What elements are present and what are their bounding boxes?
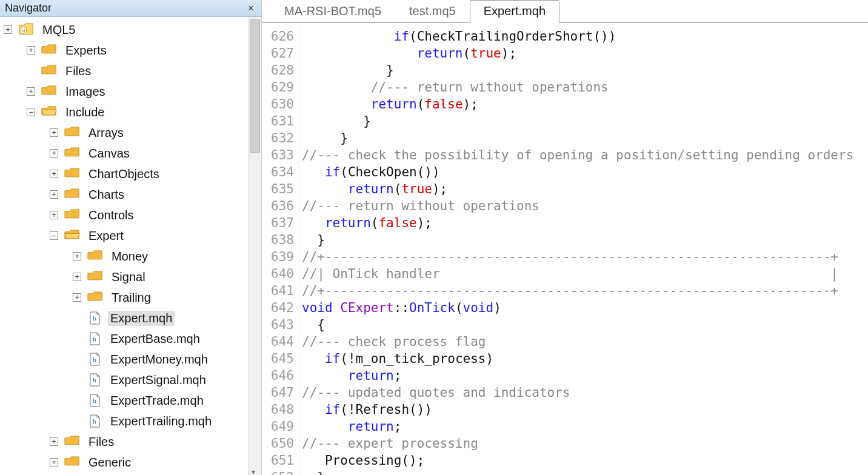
tree-item[interactable]: h ExpertTrailing.mqh	[0, 411, 248, 431]
tree-item[interactable]: + Trailing	[0, 287, 248, 308]
expand-toggle[interactable]: +	[4, 25, 12, 34]
tree-item-label[interactable]: Include	[63, 105, 107, 120]
folder-icon	[64, 188, 80, 201]
tree-item-label[interactable]: Files	[63, 64, 93, 79]
code-line[interactable]: return(true);	[302, 45, 868, 62]
expand-toggle[interactable]: +	[73, 293, 81, 302]
tree-item-label[interactable]: Files	[86, 434, 116, 450]
code-line[interactable]: //+-------------------------------------…	[302, 282, 868, 299]
expand-toggle[interactable]: +	[50, 458, 58, 467]
tree-item[interactable]: + Money	[0, 246, 248, 267]
code-line[interactable]: return;	[302, 418, 868, 435]
expand-toggle[interactable]: +	[50, 190, 58, 199]
line-number: 627	[262, 45, 294, 62]
tree-item-label[interactable]: ExpertTrade.mqh	[108, 393, 206, 408]
code-content[interactable]: if(CheckTrailingOrderShort()) return(tru…	[299, 23, 868, 475]
code-line[interactable]: //| OnTick handler |	[302, 265, 868, 282]
tree-item[interactable]: + Arrays	[0, 122, 248, 143]
tree-item-label[interactable]: Expert.mqh	[108, 311, 175, 326]
code-line[interactable]: //--- check process flag	[302, 333, 868, 350]
expand-toggle[interactable]: +	[50, 149, 58, 158]
tree-item[interactable]: − Include	[0, 102, 248, 122]
tree-item-label[interactable]: Images	[63, 84, 108, 99]
tree-item-label[interactable]: MQL5	[40, 22, 78, 38]
tree-item[interactable]: + Experts	[0, 40, 248, 61]
tree-item[interactable]: + Controls	[0, 205, 248, 225]
tree-item[interactable]: + M MQL5	[0, 19, 248, 40]
tree-item[interactable]: h ExpertTrade.mqh	[0, 390, 248, 411]
line-number: 632	[262, 130, 294, 147]
tree-item[interactable]: − Expert	[0, 225, 248, 246]
code-line[interactable]: if(!Refresh())	[302, 401, 868, 418]
code-line[interactable]: if(CheckTrailingOrderShort())	[302, 28, 868, 45]
tree-item[interactable]: h ExpertSignal.mqh	[0, 370, 248, 390]
tree-item[interactable]: h ExpertBase.mqh	[0, 328, 248, 349]
code-line[interactable]: //+-------------------------------------…	[302, 248, 868, 265]
code-line[interactable]: return(false);	[302, 96, 868, 113]
tree-item-label[interactable]: Signal	[109, 270, 148, 285]
tree-item-label[interactable]: Money	[109, 249, 150, 264]
editor-tab[interactable]: Expert.mqh	[470, 0, 559, 23]
scroll-down-icon[interactable]: ▾	[252, 468, 255, 475]
tree-item-label[interactable]: Generic	[86, 455, 133, 470]
tree-item[interactable]: + Generic	[0, 452, 248, 473]
code-line[interactable]: {	[302, 316, 868, 333]
code-line[interactable]: //--- updated quotes and indicators	[302, 384, 868, 401]
scrollbar-thumb[interactable]	[250, 19, 260, 153]
expand-toggle[interactable]: +	[50, 128, 58, 137]
code-line[interactable]: //--- return without operations	[302, 79, 868, 96]
code-line[interactable]: return;	[302, 367, 868, 384]
tree-item-label[interactable]: ExpertMoney.mqh	[108, 352, 210, 367]
tree-item-label[interactable]: ExpertTrailing.mqh	[108, 414, 214, 429]
tree-item[interactable]: h ExpertMoney.mqh	[0, 349, 248, 370]
collapse-toggle[interactable]: −	[27, 108, 35, 116]
collapse-toggle[interactable]: −	[50, 231, 58, 240]
code-line[interactable]: //--- expert processing	[302, 435, 868, 452]
close-icon[interactable]: ×	[245, 3, 256, 14]
code-line[interactable]: }	[302, 231, 868, 248]
code-line[interactable]: if(CheckOpen())	[302, 164, 868, 181]
expand-toggle[interactable]: +	[50, 170, 58, 178]
tree-item-label[interactable]: ExpertSignal.mqh	[108, 373, 209, 388]
tree-item[interactable]: + Signal	[0, 267, 248, 287]
code-line[interactable]: return(false);	[302, 214, 868, 231]
tree-item-label[interactable]: Experts	[63, 43, 109, 58]
expand-toggle[interactable]: +	[73, 252, 81, 261]
editor-tab[interactable]: MA-RSI-BOT.mq5	[270, 0, 395, 23]
expand-toggle[interactable]: +	[73, 273, 81, 281]
code-line[interactable]: return(true);	[302, 181, 868, 198]
expand-toggle[interactable]: +	[27, 46, 35, 55]
tree-item-label[interactable]: Arrays	[86, 125, 126, 141]
code-line[interactable]: }	[302, 469, 868, 475]
code-line[interactable]: }	[302, 130, 868, 147]
expand-toggle[interactable]: +	[50, 211, 58, 219]
code-editor[interactable]: 6266276286296306316326336346356366376386…	[262, 23, 868, 475]
code-line[interactable]: void CExpert::OnTick(void)	[302, 299, 868, 316]
code-line[interactable]: //--- check the possibility of opening a…	[302, 147, 868, 164]
tree-item[interactable]: + ChartObjects	[0, 164, 248, 184]
code-line[interactable]: }	[302, 62, 868, 79]
tree-item[interactable]: + Images	[0, 81, 248, 102]
tree-item-label[interactable]: Trailing	[109, 290, 153, 305]
expand-toggle[interactable]: +	[50, 437, 58, 446]
code-line[interactable]: //--- return without operations	[302, 198, 868, 214]
tree-view[interactable]: + M MQL5+ Experts Files+ Images− Include…	[0, 17, 248, 475]
tree-item[interactable]: Files	[0, 61, 248, 81]
tree-item-label[interactable]: Charts	[86, 187, 127, 202]
tree-item[interactable]: + Canvas	[0, 143, 248, 164]
tree-item-label[interactable]: ChartObjects	[86, 167, 162, 182]
tree-item[interactable]: + Files	[0, 431, 248, 452]
tree-item-label[interactable]: Canvas	[86, 146, 132, 161]
tree-item[interactable]: h Expert.mqh	[0, 308, 248, 328]
tree-item-label[interactable]: Controls	[86, 208, 136, 223]
tree-item[interactable]: + Charts	[0, 184, 248, 205]
code-line[interactable]: }	[302, 113, 868, 130]
tree-item-label[interactable]: Expert	[86, 228, 126, 244]
code-line[interactable]: if(!m_on_tick_process)	[302, 350, 868, 367]
tree-scrollbar[interactable]: ▴ ▾	[248, 17, 261, 475]
code-line[interactable]: Processing();	[302, 452, 868, 469]
tree-item-label[interactable]: ExpertBase.mqh	[108, 331, 202, 347]
expand-toggle[interactable]: +	[27, 87, 35, 96]
line-number: 643	[262, 316, 294, 333]
editor-tab[interactable]: test.mq5	[395, 0, 470, 23]
